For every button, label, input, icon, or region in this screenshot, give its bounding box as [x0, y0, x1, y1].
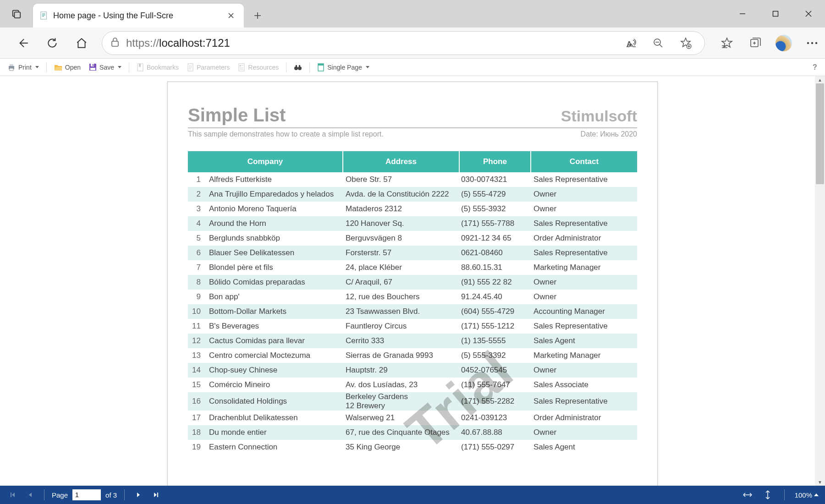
table-cell: 88.60.15.31: [459, 260, 531, 275]
bookmarks-button[interactable]: Bookmarks: [133, 60, 182, 74]
table-cell: (171) 555-2282: [459, 392, 531, 411]
table-cell: Sales Representative: [531, 216, 637, 231]
table-cell: 2: [188, 187, 205, 202]
svg-point-13: [811, 42, 813, 44]
scroll-down-button[interactable]: ▼: [815, 478, 825, 486]
table-cell: 17: [188, 411, 205, 425]
table-cell: Cactus Comidas para llevar: [205, 334, 343, 348]
window-maximize-button[interactable]: [759, 0, 792, 27]
read-aloud-button[interactable]: A: [623, 35, 638, 51]
profile-button[interactable]: [776, 35, 792, 51]
help-button[interactable]: ?: [808, 63, 821, 71]
page-input[interactable]: [72, 489, 101, 500]
table-cell: (171) 555-1212: [459, 319, 531, 334]
page-favicon: [39, 11, 49, 20]
table-cell: Sales Representative: [531, 172, 637, 187]
table-cell: 91.24.45.40: [459, 290, 531, 304]
table-cell: C/ Araquil, 67: [343, 275, 459, 290]
address-bar[interactable]: https://localhost:7121 A: [102, 31, 705, 55]
table-cell: Comércio Mineiro: [205, 378, 343, 392]
table-cell: (171) 555-0297: [459, 440, 531, 455]
table-cell: Sales Representative: [531, 246, 637, 260]
menu-button[interactable]: [804, 35, 820, 51]
next-page-button[interactable]: [132, 488, 145, 501]
print-button[interactable]: Print: [4, 60, 43, 74]
svg-rect-2: [41, 12, 47, 19]
svg-rect-7: [112, 41, 118, 46]
fit-width-button[interactable]: [741, 488, 754, 501]
first-page-button[interactable]: [6, 488, 19, 501]
col-header-phone: Phone: [459, 151, 531, 172]
svg-rect-28: [296, 65, 297, 67]
binoculars-icon: [294, 64, 302, 71]
tab-actions-button[interactable]: [0, 0, 33, 27]
table-cell: 13: [188, 348, 205, 363]
maximize-icon: [772, 11, 779, 17]
table-cell: Owner: [531, 290, 637, 304]
new-tab-button[interactable]: [244, 4, 271, 27]
scroll-up-button[interactable]: ▲: [815, 76, 825, 83]
table-cell: Berglunds snabbköp: [205, 231, 343, 246]
last-page-icon: [153, 492, 159, 498]
collections-button[interactable]: [747, 35, 764, 51]
refresh-icon: [46, 37, 58, 49]
home-button[interactable]: [69, 30, 94, 56]
favorites-button[interactable]: [719, 35, 735, 51]
table-row: 4Around the Horn120 Hanover Sq.(171) 555…: [188, 216, 637, 231]
table-cell: Owner: [531, 202, 637, 216]
save-button[interactable]: Save: [85, 60, 125, 74]
window-minimize-button[interactable]: [726, 0, 759, 27]
table-cell: Bon app': [205, 290, 343, 304]
table-cell: Antonio Moreno Taquería: [205, 202, 343, 216]
table-header-row: Company Address Phone Contact: [188, 151, 637, 172]
caret-up-icon: [814, 493, 819, 496]
browser-tab[interactable]: Home page - Using the Full-Scre: [33, 4, 244, 27]
svg-rect-16: [10, 64, 13, 66]
zoom-out-button[interactable]: [650, 35, 666, 51]
parameters-button[interactable]: Parameters: [183, 60, 233, 74]
view-mode-button[interactable]: Single Page: [314, 60, 373, 74]
svg-rect-4: [42, 15, 45, 15]
table-row: 12Cactus Comidas para llevarCerrito 333(…: [188, 334, 637, 348]
report-subheader: This sample demonstrates how to create a…: [188, 130, 637, 138]
table-cell: 11: [188, 319, 205, 334]
table-cell: Berkeley Gardens 12 Brewery: [343, 392, 459, 411]
svg-rect-3: [42, 14, 45, 14]
table-row: 2Ana Trujillo Emparedados y heladosAvda.…: [188, 187, 637, 202]
viewer-footer: Page of 3 100%: [0, 486, 825, 504]
table-cell: 67, rue des Cinquante Otages: [343, 425, 459, 440]
table-cell: Walserweg 21: [343, 411, 459, 425]
page-total: of 3: [105, 491, 117, 499]
scrollbar[interactable]: ▲ ▼: [815, 76, 825, 486]
single-page-icon: [317, 63, 324, 71]
prev-page-button[interactable]: [24, 488, 37, 501]
refresh-button[interactable]: [39, 30, 65, 56]
footer-separator: [124, 489, 125, 500]
table-cell: 9: [188, 290, 205, 304]
table-cell: Accounting Manager: [531, 304, 637, 319]
fit-height-button[interactable]: [761, 488, 774, 501]
last-page-button[interactable]: [149, 488, 162, 501]
prev-page-icon: [28, 492, 33, 498]
tab-close-button[interactable]: [225, 9, 237, 22]
open-button[interactable]: Open: [50, 60, 84, 74]
scroll-thumb[interactable]: [816, 83, 824, 184]
table-cell: Forsterstr. 57: [343, 246, 459, 260]
table-cell: 1: [188, 172, 205, 187]
find-button[interactable]: [290, 60, 306, 74]
resources-button[interactable]: Resources: [234, 60, 282, 74]
table-cell: Berguvsvägen 8: [343, 231, 459, 246]
table-cell: B's Beverages: [205, 319, 343, 334]
table-cell: Marketing Manager: [531, 348, 637, 363]
table-cell: 12: [188, 334, 205, 348]
table-row: 11B's BeveragesFauntleroy Circus(171) 55…: [188, 319, 637, 334]
zoom-out-icon: [653, 38, 664, 49]
zoom-control[interactable]: 100%: [795, 491, 819, 499]
window-close-button[interactable]: [792, 0, 825, 27]
table-cell: Owner: [531, 275, 637, 290]
table-cell: Mataderos 2312: [343, 202, 459, 216]
back-button[interactable]: [10, 30, 36, 56]
view-mode-label: Single Page: [327, 64, 362, 71]
col-header-company: Company: [188, 151, 343, 172]
favorite-add-button[interactable]: [678, 35, 693, 51]
